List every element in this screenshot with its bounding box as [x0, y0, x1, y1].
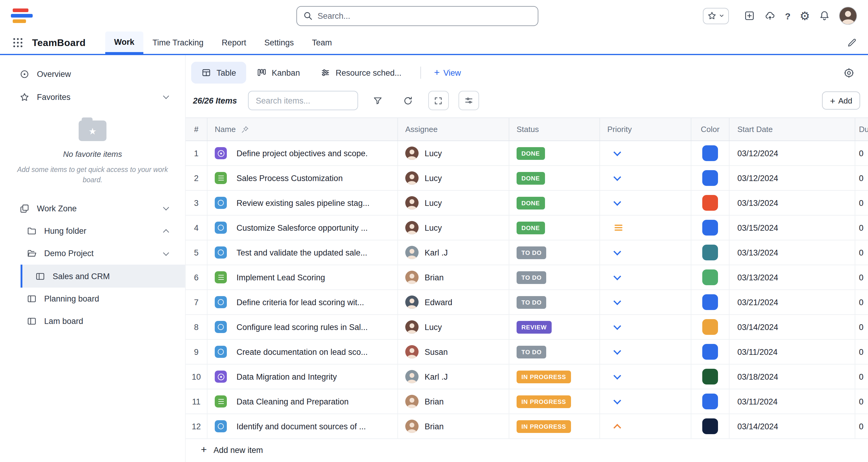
color-cell[interactable] [691, 240, 730, 265]
column-header-status[interactable]: Status [509, 118, 600, 141]
status-badge[interactable]: DONE [517, 221, 545, 234]
status-badge[interactable]: DONE [517, 197, 545, 209]
column-header-start-date[interactable]: Start Date [730, 118, 855, 141]
priority-dropdown-icon[interactable] [615, 151, 620, 155]
due-date-cell[interactable]: 0 [855, 191, 868, 215]
chevron-down-icon[interactable] [163, 250, 169, 256]
status-cell[interactable]: DONE [509, 191, 600, 215]
assignee-cell[interactable]: Susan [398, 340, 509, 364]
priority-dropdown-icon[interactable] [615, 227, 622, 228]
add-new-item-button[interactable]: + Add new item [186, 439, 868, 461]
table-row[interactable]: 1 Define project objectives and scope. L… [186, 141, 868, 166]
due-date-cell[interactable]: 0 [855, 340, 868, 364]
due-date-cell[interactable]: 0 [855, 215, 868, 240]
color-chip[interactable] [702, 220, 718, 235]
sidebar-item-demo-project[interactable]: Demo Project [0, 242, 185, 265]
color-cell[interactable] [691, 290, 730, 314]
status-cell[interactable]: REVIEW [509, 315, 600, 339]
status-badge[interactable]: TO DO [517, 296, 547, 309]
cloud-upload-icon[interactable] [764, 10, 776, 21]
priority-dropdown-icon[interactable] [615, 201, 620, 205]
color-chip[interactable] [702, 269, 718, 285]
priority-cell[interactable] [600, 240, 691, 265]
refresh-button[interactable] [398, 91, 418, 110]
status-cell[interactable]: IN PROGRESS [509, 389, 600, 413]
filter-button[interactable] [368, 91, 388, 110]
color-chip[interactable] [702, 294, 718, 310]
task-name-cell[interactable]: Create documentation on lead sco... [208, 340, 398, 364]
priority-cell[interactable] [600, 166, 691, 190]
priority-dropdown-icon[interactable] [615, 300, 620, 304]
table-row[interactable]: 2 Sales Process Customization Lucy DONE … [186, 166, 868, 191]
add-view-button[interactable]: + View [429, 67, 466, 78]
task-name-cell[interactable]: Sales Process Customization [208, 166, 398, 190]
assignee-cell[interactable]: Lucy [398, 141, 509, 165]
assignee-cell[interactable]: Brian [398, 414, 509, 438]
sidebar-item-lam-board[interactable]: Lam board [0, 310, 185, 333]
task-name-cell[interactable]: Define criteria for lead scoring wit... [208, 290, 398, 314]
status-badge[interactable]: TO DO [517, 246, 547, 259]
color-cell[interactable] [691, 365, 730, 389]
color-cell[interactable] [691, 141, 730, 165]
nav-tab-work[interactable]: Work [105, 31, 143, 54]
column-header-color[interactable]: Color [691, 118, 730, 141]
column-settings-button[interactable] [459, 91, 479, 110]
priority-dropdown-icon[interactable] [615, 251, 620, 254]
status-cell[interactable]: IN PROGRESS [509, 365, 600, 389]
view-tab-table[interactable]: Table [191, 62, 247, 84]
due-date-cell[interactable]: 0 [855, 290, 868, 314]
task-name-cell[interactable]: Data Cleaning and Preparation [208, 389, 398, 413]
start-date-cell[interactable]: 03/15/2024 [730, 215, 855, 240]
edit-pencil-icon[interactable] [847, 37, 857, 48]
priority-cell[interactable] [600, 340, 691, 364]
start-date-cell[interactable]: 03/21/2024 [730, 290, 855, 314]
due-date-cell[interactable]: 0 [855, 166, 868, 190]
items-search-input[interactable] [248, 91, 358, 110]
sidebar-item-overview[interactable]: Overview [0, 62, 185, 85]
color-chip[interactable] [702, 319, 718, 335]
fullscreen-button[interactable] [428, 91, 449, 110]
notifications-bell-icon[interactable] [819, 10, 830, 21]
color-cell[interactable] [691, 389, 730, 413]
status-cell[interactable]: TO DO [509, 290, 600, 314]
start-date-cell[interactable]: 03/18/2024 [730, 365, 855, 389]
table-row[interactable]: 10 Data Migration and Integrity Karl .J … [186, 365, 868, 389]
start-date-cell[interactable]: 03/13/2024 [730, 240, 855, 265]
help-icon[interactable]: ? [785, 10, 790, 21]
status-cell[interactable]: DONE [509, 141, 600, 165]
priority-dropdown-icon[interactable] [615, 276, 620, 279]
add-widget-icon[interactable] [744, 10, 755, 21]
start-date-cell[interactable]: 03/14/2024 [730, 414, 855, 438]
sidebar-item-favorites[interactable]: Favorites [0, 85, 185, 108]
task-name-cell[interactable]: Customize Salesforce opportunity ... [208, 215, 398, 240]
assignee-cell[interactable]: Edward [398, 290, 509, 314]
priority-dropdown-icon[interactable] [615, 325, 620, 329]
add-item-button[interactable]: + Add [822, 91, 860, 110]
color-cell[interactable] [691, 340, 730, 364]
due-date-cell[interactable]: 0 [855, 389, 868, 413]
column-header-num[interactable]: # [186, 118, 208, 141]
nav-tab-time-tracking[interactable]: Time Tracking [143, 31, 213, 54]
start-date-cell[interactable]: 03/12/2024 [730, 141, 855, 165]
start-date-cell[interactable]: 03/11/2024 [730, 389, 855, 413]
status-badge[interactable]: IN PROGRESS [517, 370, 571, 383]
due-date-cell[interactable]: 0 [855, 414, 868, 438]
color-chip[interactable] [702, 369, 718, 384]
priority-cell[interactable] [600, 315, 691, 339]
priority-cell[interactable] [600, 265, 691, 289]
sidebar-item-sales-and-crm[interactable]: Sales and CRM [21, 265, 185, 288]
nav-tab-settings[interactable]: Settings [255, 31, 303, 54]
assignee-cell[interactable]: Karl .J [398, 240, 509, 265]
due-date-cell[interactable]: 0 [855, 240, 868, 265]
color-chip[interactable] [702, 244, 718, 260]
color-cell[interactable] [691, 166, 730, 190]
start-date-cell[interactable]: 03/13/2024 [730, 265, 855, 289]
priority-dropdown-icon[interactable] [615, 422, 620, 430]
task-name-cell[interactable]: Define project objectives and scope. [208, 141, 398, 165]
nav-tab-report[interactable]: Report [213, 31, 255, 54]
sidebar-item-hung-folder[interactable]: Hung folder [0, 220, 185, 242]
nav-tab-team[interactable]: Team [303, 31, 341, 54]
priority-cell[interactable] [600, 414, 691, 438]
priority-dropdown-icon[interactable] [615, 350, 620, 354]
due-date-cell[interactable]: 0 [855, 265, 868, 289]
